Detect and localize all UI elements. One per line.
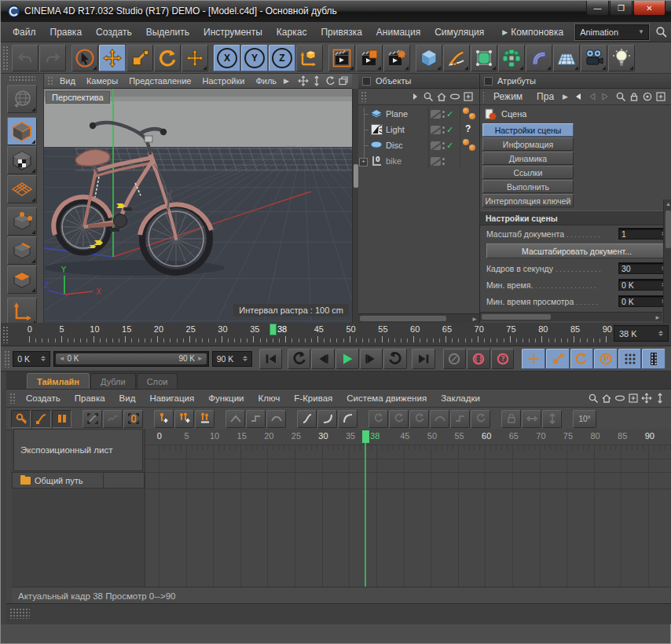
attributes-hscrollbar[interactable]: ►: [480, 312, 662, 321]
axis-lock-x-button[interactable]: X: [214, 45, 240, 71]
ruler-tick[interactable]: [452, 338, 453, 342]
powerslider[interactable]: 051015202530354550556065707580859038 38 …: [1, 323, 671, 346]
environment-floor-button[interactable]: [553, 45, 580, 71]
ruler-tick[interactable]: [240, 338, 241, 342]
ruler-tick[interactable]: [484, 338, 485, 342]
attributes-menu-overflow-icon[interactable]: ▶: [563, 93, 568, 101]
frame-spinner[interactable]: [658, 331, 663, 336]
track-row[interactable]: Общий путь: [12, 472, 104, 488]
ruler-tick[interactable]: [177, 338, 178, 342]
ruler-tick[interactable]: [157, 336, 158, 342]
scene-object-row[interactable]: Сцена: [480, 105, 671, 123]
light-object-icon[interactable]: [369, 123, 383, 136]
bottom-grip[interactable]: [9, 608, 30, 619]
objects-panel-header[interactable]: Объекты: [358, 74, 479, 89]
ruler-tick[interactable]: [587, 338, 588, 342]
autokeying-button[interactable]: [467, 349, 490, 369]
texture-mode-button[interactable]: [7, 146, 37, 174]
ruler-tick[interactable]: [260, 338, 261, 342]
object-row-light[interactable]: Light✓?: [358, 122, 479, 137]
make-editable-button[interactable]: [7, 85, 37, 113]
link-view-button[interactable]: [103, 410, 123, 428]
key-bar-button[interactable]: [195, 410, 214, 428]
timeline-menu-item-2[interactable]: Вид: [112, 391, 143, 405]
goto-next-frame-button[interactable]: [360, 349, 383, 369]
ruler-tick[interactable]: [189, 336, 190, 342]
ruler-tick[interactable]: [535, 338, 536, 342]
workplane-mode-button[interactable]: [7, 175, 37, 203]
camera-label[interactable]: Перспектива: [46, 91, 110, 104]
ruler-tick[interactable]: [125, 336, 126, 342]
ruler-tick[interactable]: [394, 338, 395, 342]
object-axis-mode-button[interactable]: [7, 298, 37, 326]
ruler-tick[interactable]: [273, 338, 273, 342]
menu-item-4[interactable]: Инструменты: [196, 24, 270, 41]
attributes-menu-item-1[interactable]: Пра: [530, 88, 561, 105]
timeline-window-button[interactable]: [642, 349, 666, 369]
light-object-button[interactable]: [608, 45, 635, 71]
ruler-tick[interactable]: [420, 338, 420, 342]
object-row-disc[interactable]: Disc✓: [358, 137, 479, 153]
object-name[interactable]: Disc: [383, 141, 428, 150]
ruler-tick[interactable]: [55, 338, 56, 342]
home-icon[interactable]: [600, 393, 613, 404]
ruler-tick[interactable]: [145, 338, 145, 342]
ruler-tick[interactable]: [119, 338, 119, 342]
dolly-icon[interactable]: [310, 75, 323, 87]
pan-icon[interactable]: [296, 75, 310, 87]
camera-object-button[interactable]: [581, 45, 607, 71]
goto-next-key-button[interactable]: [383, 349, 407, 369]
layout-dropdown[interactable]: Animation ▼: [575, 24, 649, 40]
rot6-button[interactable]: [471, 410, 490, 428]
goto-previous-key-button[interactable]: [288, 349, 311, 369]
plusbox-icon[interactable]: [461, 91, 475, 103]
attr-tab-0[interactable]: Настройки сцены: [482, 123, 574, 137]
goto-end-button[interactable]: [412, 349, 435, 369]
ruler-tick[interactable]: [61, 336, 62, 342]
sidebar-grip[interactable]: [9, 75, 35, 82]
timeline-menu-item-1[interactable]: Правка: [68, 391, 112, 405]
attr-tab-1[interactable]: Информация: [482, 137, 574, 151]
ruler-tick[interactable]: [208, 338, 209, 342]
ruler-tick[interactable]: [112, 338, 113, 342]
ruler-tick[interactable]: [382, 336, 383, 342]
ruler-tick[interactable]: [131, 338, 132, 342]
ruler-tick[interactable]: [427, 338, 427, 342]
spline-easeout-button[interactable]: [338, 410, 358, 428]
ruler-tick[interactable]: [202, 338, 203, 342]
pan-icon[interactable]: [640, 393, 653, 404]
timeline-menu-grip[interactable]: [9, 393, 16, 404]
rot4-button[interactable]: [430, 410, 449, 428]
record-keyframe-button[interactable]: [443, 349, 467, 369]
spline-pen-button[interactable]: [443, 45, 470, 71]
visibility-dots[interactable]: [442, 142, 445, 149]
scroll-up-icon[interactable]: ▲: [666, 201, 671, 207]
menu-item-6[interactable]: Привязка: [314, 24, 368, 41]
transport-grip[interactable]: [4, 350, 9, 368]
backghost-icon[interactable]: [585, 91, 598, 103]
ruler-tick[interactable]: [196, 338, 196, 342]
timeline-tab-2[interactable]: Слои: [137, 373, 178, 389]
ruler-tick[interactable]: [510, 336, 511, 342]
last-used-tool-move[interactable]: [182, 45, 208, 71]
attributes-toolbar-grip[interactable]: [482, 91, 484, 102]
ruler-tick[interactable]: [413, 336, 414, 342]
field-value-input[interactable]: 0 K: [618, 279, 669, 291]
visibility-cell[interactable]: ✓: [428, 106, 460, 122]
ruler-tick[interactable]: [356, 338, 357, 342]
motion-mode-button[interactable]: [52, 410, 72, 428]
ruler-tick[interactable]: [42, 338, 42, 342]
visibility-cell[interactable]: ✓: [428, 122, 460, 137]
playhead[interactable]: [270, 324, 277, 335]
ruler-tick[interactable]: [407, 338, 408, 342]
timeline-menu-item-6[interactable]: F-Кривая: [287, 391, 339, 405]
layer-chip[interactable]: [431, 141, 441, 150]
goto-previous-frame-button[interactable]: [311, 349, 335, 369]
ruler-tick[interactable]: [35, 338, 36, 342]
axis-lock-y-button[interactable]: Y: [241, 45, 268, 71]
preview-range-slider[interactable]: ◄ 0 K 90 K ►: [53, 351, 209, 367]
ruler-tick[interactable]: [138, 338, 139, 342]
ruler-tick[interactable]: [375, 338, 376, 342]
rot2-button[interactable]: [389, 410, 409, 428]
close-button[interactable]: ✕: [633, 1, 666, 16]
